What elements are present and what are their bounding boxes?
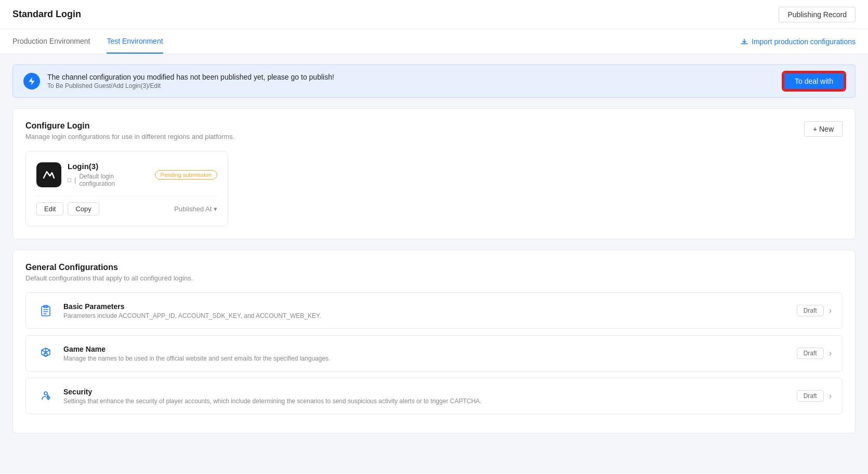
general-configurations-section: General Configurations Default configura… [12, 250, 856, 433]
security-desc: Settings that enhance the security of pl… [63, 398, 481, 405]
configure-login-section: Configure Login Manage login configurati… [12, 108, 856, 239]
alert-sub-text: To Be Published Guest/Add Login(3)/Edit [47, 82, 334, 89]
to-deal-with-button[interactable]: To deal with [783, 72, 845, 90]
page-title: Standard Login [12, 9, 81, 20]
new-login-button[interactable]: + New [804, 121, 843, 137]
login-card: Login(3) □ | Default login configuration… [25, 151, 228, 226]
security-status: Draft [797, 390, 824, 402]
chevron-right-icon-3: › [829, 391, 832, 401]
general-config-title: General Configurations [25, 263, 193, 272]
person-shield-icon [36, 387, 55, 405]
copy-login-button[interactable]: Copy [68, 202, 99, 215]
import-icon [740, 37, 748, 46]
basic-parameters-desc: Parameters include ACCOUNT_APP_ID, ACCOU… [63, 312, 321, 319]
lightning-icon [27, 76, 36, 86]
general-config-subtitle: Default configurations that apply to all… [25, 274, 193, 282]
chevron-right-icon: › [829, 306, 832, 315]
game-name-status: Draft [797, 348, 824, 359]
basic-parameters-name: Basic Parameters [63, 302, 321, 311]
pending-badge: Pending submission [155, 170, 217, 180]
published-at-dropdown[interactable]: Published At ▾ [174, 205, 217, 213]
game-name-desc: Manage the names to be used in the offic… [63, 355, 330, 362]
app-logo-icon [42, 168, 56, 182]
edit-login-button[interactable]: Edit [36, 202, 63, 215]
game-name-name: Game Name [63, 345, 330, 353]
login-name: Login(3) [68, 162, 149, 171]
login-app-icon [36, 162, 61, 187]
cube-icon [36, 344, 55, 363]
basic-parameters-status: Draft [797, 305, 824, 316]
alert-icon [23, 73, 40, 89]
security-name: Security [63, 388, 481, 396]
configure-login-title: Configure Login [25, 121, 234, 131]
chevron-right-icon-2: › [829, 349, 832, 358]
svg-point-7 [44, 392, 47, 395]
tab-test[interactable]: Test Environment [107, 30, 163, 54]
configure-login-subtitle: Manage login configurations for use in d… [25, 133, 234, 140]
config-item-basic-parameters[interactable]: Basic Parameters Parameters include ACCO… [25, 292, 843, 329]
alert-banner: The channel configuration you modified h… [12, 65, 856, 98]
config-item-game-name[interactable]: Game Name Manage the names to be used in… [25, 335, 843, 371]
publishing-record-button[interactable]: Publishing Record [779, 7, 856, 22]
login-desc: □ | Default login configuration [68, 173, 149, 187]
clipboard-icon [36, 301, 55, 320]
alert-main-text: The channel configuration you modified h… [47, 73, 334, 81]
config-item-security[interactable]: Security Settings that enhance the secur… [25, 378, 843, 414]
env-tabs: Production Environment Test Environment [12, 30, 163, 54]
import-production-link[interactable]: Import production configurations [740, 37, 856, 46]
tab-production[interactable]: Production Environment [12, 30, 90, 54]
